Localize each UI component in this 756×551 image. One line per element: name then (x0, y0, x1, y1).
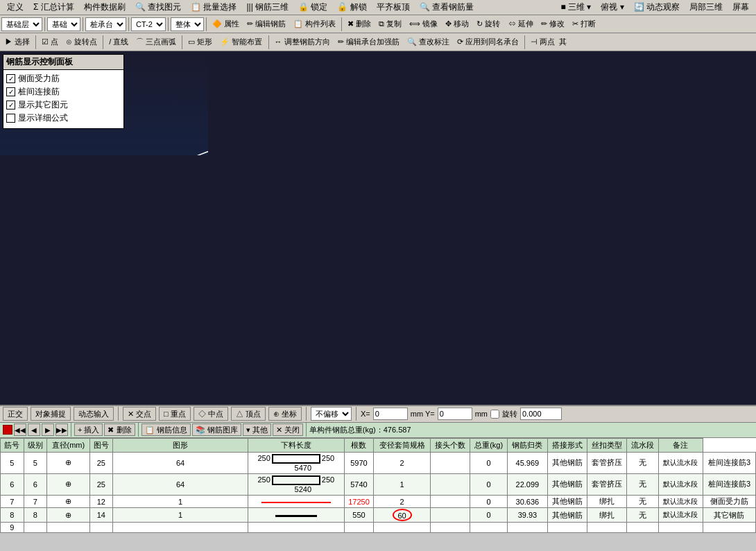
line-btn[interactable]: / 直线 (105, 35, 132, 50)
steel-lib-btn[interactable]: 📚 钢筋图库 (192, 423, 241, 436)
coord-y-input[interactable] (438, 408, 472, 420)
menu-lock[interactable]: 🔒 锁定 (294, 1, 332, 14)
col-joints: 接头个数 (430, 438, 470, 452)
rect-btn[interactable]: ▭ 矩形 (184, 35, 216, 50)
menu-3d-steel[interactable]: ||| 钢筋三维 (242, 1, 293, 14)
menu-find[interactable]: 🔍 查找图元 (131, 1, 185, 14)
table-row[interactable]: 6 6 ⊕ 25 64 2502505240 5740 1 0 22.099 其… (1, 473, 756, 495)
insert-btn[interactable]: + 插入 (74, 423, 103, 436)
close-red-btn[interactable] (3, 425, 12, 435)
adjust-dir-btn[interactable]: ↔ 调整钢筋方向 (271, 35, 334, 50)
nav-first[interactable]: ◀◀ (14, 423, 26, 436)
panel-item-3[interactable]: ✓ 显示其它图元 (6, 99, 121, 111)
cell-shape (248, 508, 344, 523)
menu-dynamic[interactable]: 🔄 动态观察 (630, 1, 684, 14)
snap-btn[interactable]: 对象捕捉 (31, 407, 71, 421)
cb-show-detail[interactable] (6, 114, 15, 123)
intersect-btn[interactable]: ✕ 交点 (123, 407, 156, 421)
cell-var (430, 508, 470, 523)
coord-btn[interactable]: ⊕ 坐标 (268, 407, 302, 421)
extend-btn[interactable]: ⇔ 延伸 (505, 17, 537, 32)
menu-sum[interactable]: Σ 汇总计算 (29, 1, 78, 14)
component-list-btn[interactable]: 📋 构件列表 (290, 17, 339, 32)
edit-steel-btn[interactable]: ✏ 编辑钢筋 (243, 17, 289, 32)
cb-show-other[interactable]: ✓ (6, 100, 15, 110)
midpoint-btn[interactable]: □ 重点 (159, 407, 191, 421)
twopoint-btn[interactable]: ⊣ 两点 (527, 35, 558, 50)
menu-local3d[interactable]: 局部三维 (685, 1, 727, 14)
menu-refresh[interactable]: 构件数据刷 (80, 1, 130, 14)
panel-item-1[interactable]: ✓ 侧面受力筋 (6, 73, 121, 85)
delete-row-btn[interactable]: ✖ 删除 (104, 423, 135, 436)
menu-3d[interactable]: ■ 三维 ▾ (556, 1, 595, 14)
center-btn[interactable]: ◇ 中点 (194, 407, 228, 421)
ct-select[interactable]: CT-2 (131, 17, 166, 31)
check-mark-btn[interactable]: 🔍 查改标注 (404, 35, 453, 50)
other-btn[interactable]: ▾ 其他 (243, 423, 271, 436)
apply-same-btn[interactable]: ⟳ 应用到同名承台 (454, 35, 522, 50)
move-btn[interactable]: ✥ 移动 (442, 17, 472, 32)
point-btn[interactable]: ☑ 点 (38, 35, 62, 50)
cell-thread: 无 (627, 508, 659, 523)
whole-select[interactable]: 整体 (171, 17, 204, 31)
cb-pile-connect[interactable]: ✓ (6, 87, 15, 96)
cell-id: 5 (1, 452, 24, 473)
cb-label-1: 侧面受力筋 (18, 73, 60, 85)
table-row[interactable]: 8 8 ⊕ 14 1 550 60 0 39.93 其他钢筋 绑扎 无 默认流水… (1, 508, 756, 523)
break-btn[interactable]: ✂ 打断 (569, 17, 599, 32)
nav-next[interactable]: ▶ (42, 423, 54, 436)
vertex-btn[interactable]: △ 顶点 (231, 407, 266, 421)
layer-select[interactable]: 基础层 (1, 17, 42, 31)
col-thread: 丝扣类型 (587, 438, 627, 452)
col-category: 钢筋归类 (508, 438, 547, 452)
delete-btn[interactable]: ✖ 删除 (344, 17, 375, 32)
col-symbol: 直径(mm) (47, 438, 89, 452)
nav-prev[interactable]: ◀ (28, 423, 40, 436)
orthogonal-btn[interactable]: 正交 (3, 407, 28, 421)
menu-unlock[interactable]: 🔓 解锁 (333, 1, 370, 14)
modify-btn[interactable]: ✏ 修改 (538, 17, 568, 32)
cell-shape-no: 64 (113, 452, 248, 473)
cell-shape-no: 1 (113, 496, 248, 508)
dynamic-input-btn[interactable]: 动态输入 (74, 407, 114, 421)
cell-thread: 无 (627, 496, 659, 508)
table-row[interactable]: 7 7 ⊕ 12 1 17250 2 0 30.636 其他钢筋 绑扎 无 默认… (1, 496, 756, 508)
col-remark: 备注 (658, 438, 703, 452)
menu-flat[interactable]: 平齐板顶 (372, 1, 414, 14)
panel-item-2[interactable]: ✓ 桩间连接筋 (6, 86, 121, 98)
col-count: 根数 (344, 438, 374, 452)
menu-screen[interactable]: 屏幕 (728, 1, 753, 14)
cell-remark: 侧面受力筋 (703, 496, 755, 508)
steel-info-btn[interactable]: 📋 钢筋信息 (141, 423, 191, 436)
offset-select[interactable]: 不偏移 (311, 407, 352, 421)
smart-btn[interactable]: ⚡ 智能布置 (216, 35, 266, 50)
panel-item-4[interactable]: 显示详细公式 (6, 112, 121, 124)
mirror-btn[interactable]: ⟺ 镜像 (406, 17, 441, 32)
edit-reinforce-btn[interactable]: ✏ 编辑承台加强筋 (334, 35, 403, 50)
component-select[interactable]: 桩承台 (85, 17, 126, 31)
rotpoint-btn[interactable]: ⊙ 旋转点 (62, 35, 101, 50)
coord-x-input[interactable] (373, 408, 408, 420)
menu-define[interactable]: 定义 (3, 1, 28, 14)
main-area: 钢筋显示控制面板 ✓ 侧面受力筋 ✓ 桩间连接筋 ✓ 显示其它图元 显示详细公式 (0, 51, 756, 533)
rotate-input[interactable] (520, 408, 562, 420)
panel-body: ✓ 侧面受力筋 ✓ 桩间连接筋 ✓ 显示其它图元 显示详细公式 (3, 70, 123, 128)
select-btn[interactable]: ▶ 选择 (1, 35, 33, 50)
arc-btn[interactable]: ⌒ 三点画弧 (132, 35, 180, 50)
table-area: 筋号 级别 直径(mm) 图号 图形 下料长度 根数 变径套筒规格 接头个数 总… (0, 438, 756, 533)
nav-last[interactable]: ▶▶ (55, 423, 68, 436)
cell-symbol: ⊕ (47, 508, 89, 523)
close-btn[interactable]: ✕ 关闭 (273, 423, 303, 436)
menu-view-steel[interactable]: 🔍 查看钢筋量 (415, 1, 478, 14)
copy-btn[interactable]: ⧉ 复制 (375, 17, 405, 32)
table-row[interactable]: 9 (1, 523, 756, 533)
rotate-check[interactable] (490, 410, 499, 419)
type-select[interactable]: 基础 (47, 17, 80, 31)
rotate-btn[interactable]: ↻ 旋转 (473, 17, 504, 32)
menu-topview[interactable]: 俯视 ▾ (596, 1, 628, 14)
viewport[interactable]: 钢筋显示控制面板 ✓ 侧面受力筋 ✓ 桩间连接筋 ✓ 显示其它图元 显示详细公式 (0, 51, 756, 405)
menu-batch[interactable]: 📋 批量选择 (187, 1, 241, 14)
attr-btn[interactable]: 🔶 属性 (209, 17, 243, 32)
cb-side-force[interactable]: ✓ (6, 74, 15, 83)
table-row[interactable]: 5 5 ⊕ 25 64 2502505470 5970 2 0 45.969 其… (1, 452, 756, 473)
